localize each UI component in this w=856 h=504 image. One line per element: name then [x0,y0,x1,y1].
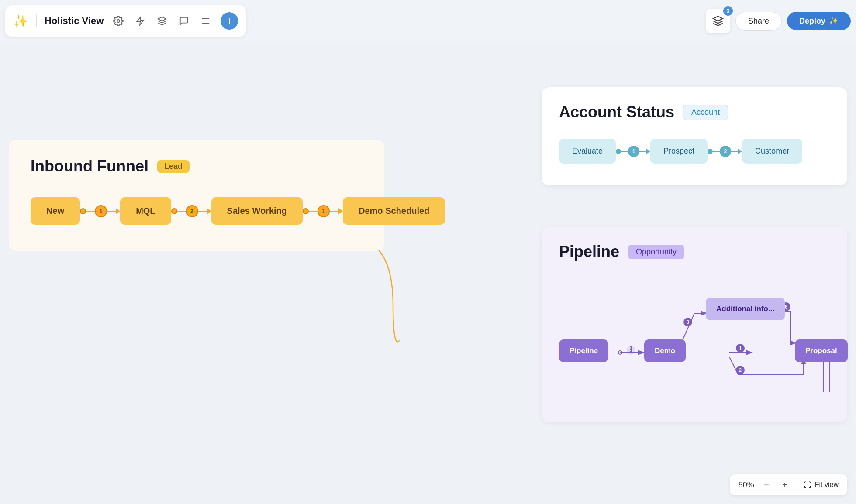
status-badge-num: 1 [628,146,639,157]
status-arrow [738,149,742,154]
connector-arrow [338,208,343,214]
svg-point-25 [736,344,745,353]
svg-point-9 [618,350,622,355]
deploy-button[interactable]: Deploy ✨ [787,12,851,30]
zoom-bar: 50% − + Fit view [730,474,847,495]
status-line [713,151,720,152]
funnel-node-sales-working[interactable]: Sales Working [211,197,303,225]
pipeline-container: Pipeline Opportunity 1 1 3 [542,227,847,422]
funnel-node-mql[interactable]: MQL [120,197,171,225]
canvas: Inbound Funnel Lead New 1 MQL [0,44,856,504]
connector-badge: 2 [186,205,198,217]
status-connector-2: 2 [708,146,742,157]
status-node-customer[interactable]: Customer [742,139,802,164]
connector-badge: 1 [95,205,107,217]
status-node-prospect[interactable]: Prospect [650,139,708,164]
status-dot [616,149,621,154]
funnel-connector-1: 1 [80,205,120,217]
add-button[interactable]: + [221,12,238,30]
svg-point-30 [736,366,745,374]
app-logo: ✨ [13,14,28,28]
fit-view-icon [804,481,811,489]
connector-dot [80,208,86,214]
status-dot [708,149,713,154]
svg-point-0 [117,20,120,22]
zoom-plus-button[interactable]: + [779,479,791,491]
fit-view-button[interactable]: Fit view [804,481,839,489]
share-button[interactable]: Share [735,12,782,31]
funnel-title: Inbound Funnel [31,157,148,175]
layers-button[interactable]: 3 [706,9,730,33]
menu-icon[interactable] [199,14,213,28]
zoom-minus-button[interactable]: − [760,479,773,491]
zoom-level: 50% [739,480,754,490]
connector-line [198,211,207,212]
funnel-header: Inbound Funnel Lead [31,157,362,175]
pipeline-nodes-area: 1 1 3 6 1 [559,278,830,401]
layers-icon[interactable] [155,14,169,28]
connector-line [330,211,338,212]
inbound-funnel-container: Inbound Funnel Lead New 1 MQL [9,140,384,251]
svg-text:1: 1 [739,346,742,351]
chat-icon[interactable] [177,14,191,28]
funnel-node-demo-scheduled[interactable]: Demo Scheduled [343,197,445,225]
svg-text:1: 1 [630,345,632,350]
connector-dot [171,208,177,214]
pipeline-node-demo[interactable]: Demo [644,339,686,362]
status-node-evaluate[interactable]: Evaluate [559,139,616,164]
svg-text:6: 6 [785,304,787,309]
pipeline-title: Pipeline [559,243,619,261]
funnel-badge: Lead [157,160,190,173]
status-arrow [646,149,650,154]
svg-line-15 [681,313,694,343]
status-line [621,151,628,152]
svg-point-12 [627,346,635,355]
fit-view-label: Fit view [815,481,839,489]
status-line [639,151,646,152]
funnel-node-new[interactable]: New [31,197,80,225]
connector-dot [303,208,309,214]
funnel-connector-3: 1 [303,205,343,217]
account-status-container: Account Status Account Evaluate 1 Prospe… [542,87,847,185]
svg-point-17 [683,318,692,326]
connector-arrow [207,208,211,214]
connector-line [107,211,116,212]
pipeline-badge: Opportunity [628,245,684,259]
status-connector-1: 1 [616,146,650,157]
app-title: Holistic View [45,15,104,27]
pipeline-node-proposal[interactable]: Proposal [795,339,848,362]
account-status-header: Account Status Account [559,103,830,121]
zoom-divider [797,480,797,489]
funnel-nodes: New 1 MQL 2 [31,197,362,225]
gear-icon[interactable] [111,14,125,28]
svg-line-27 [729,357,738,374]
svg-text:3: 3 [687,319,689,325]
pipeline-header: Pipeline Opportunity [559,243,830,261]
status-line [731,151,738,152]
connector-badge: 1 [318,205,330,217]
connector-arrow [116,208,120,214]
pipeline-node-additional-info[interactable]: Additional info... [706,298,785,320]
svg-text:1: 1 [630,347,632,353]
status-nodes: Evaluate 1 Prospect 2 [559,139,830,164]
connector-line [309,211,318,212]
account-status-badge: Account [683,105,728,120]
connector-line [86,211,95,212]
status-badge-num: 2 [720,146,731,157]
account-status-title: Account Status [559,103,674,121]
funnel-connector-2: 2 [171,205,211,217]
svg-marker-2 [158,17,166,21]
pipeline-node-pipeline[interactable]: Pipeline [559,339,608,362]
toolbar-divider [36,14,37,27]
layers-count-badge: 3 [723,6,733,16]
toolbar: ✨ Holistic View + [5,5,246,37]
connector-line [177,211,186,212]
svg-point-10 [619,351,621,354]
svg-marker-6 [713,16,723,21]
svg-text:2: 2 [739,367,742,373]
lightning-icon[interactable] [133,14,147,28]
svg-marker-1 [137,17,144,25]
deploy-icon: ✨ [829,16,839,26]
top-right-controls: 3 Share Deploy ✨ [706,5,851,37]
